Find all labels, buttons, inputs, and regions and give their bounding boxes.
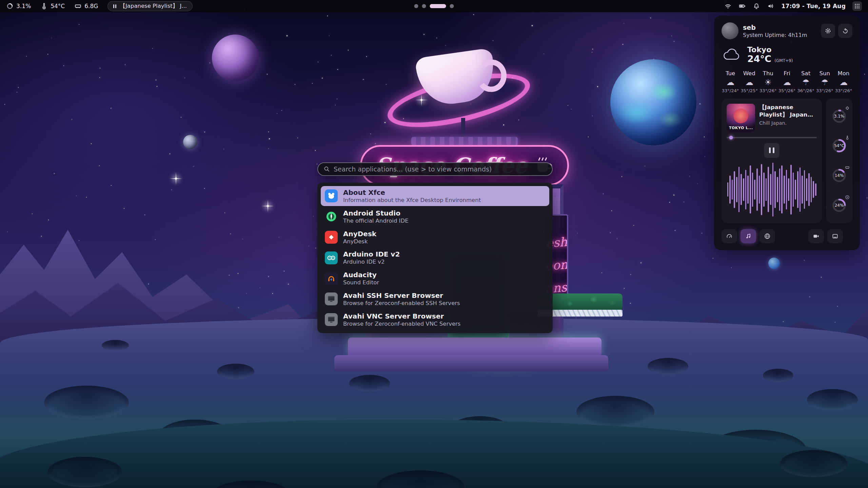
workspace-dot[interactable] <box>450 4 454 8</box>
weather-glyph-icon: ☂ <box>821 78 829 86</box>
star <box>99 77 100 78</box>
star <box>18 87 19 88</box>
app-item-audacity[interactable]: Audacity Sound Editor <box>321 268 549 288</box>
app-item-anydesk[interactable]: AnyDesk AnyDesk <box>321 227 549 247</box>
weather-glyph-icon: ☁ <box>745 78 753 86</box>
app-launcher: About Xfce Information about the Xfce De… <box>317 162 553 333</box>
avatar <box>722 22 738 39</box>
waveform-bar <box>754 180 755 200</box>
star <box>184 78 185 78</box>
bright-star <box>175 178 177 180</box>
bell-icon[interactable] <box>753 2 760 10</box>
star <box>313 216 314 217</box>
power-button[interactable] <box>838 24 852 38</box>
crater <box>47 457 122 487</box>
app-item-avahi-ssh[interactable]: Avahi SSH Server Browser Browse for Zero… <box>321 289 549 309</box>
waveform-bar <box>768 167 769 212</box>
user-actions <box>821 24 852 38</box>
waveform-bar <box>750 165 751 214</box>
now-playing-text: 【Japanese Playlist】 J... <box>120 2 187 10</box>
speedometer-icon <box>726 233 733 240</box>
app-item-android-studio[interactable]: Android Studio The official Android IDE <box>321 207 549 227</box>
forecast-day: Thu ☀ 33°/26° <box>759 70 777 93</box>
star <box>152 48 153 49</box>
purple-planet <box>212 35 259 81</box>
arduino-icon <box>325 251 338 264</box>
star <box>41 236 42 237</box>
star <box>48 220 49 220</box>
star <box>260 287 260 288</box>
notes-button[interactable] <box>827 229 843 243</box>
music-note-icon <box>745 233 752 240</box>
star <box>592 49 593 49</box>
settings-button[interactable] <box>821 24 835 38</box>
waveform-bar <box>790 165 792 215</box>
cpu-gauge: 3.1% <box>830 107 848 125</box>
waveform-bar <box>772 163 774 217</box>
crater <box>576 396 654 428</box>
waveform-bar <box>774 171 776 208</box>
star <box>269 138 270 139</box>
star <box>230 233 231 234</box>
star <box>100 68 100 68</box>
workspace-dot[interactable] <box>422 4 426 8</box>
star <box>867 198 867 198</box>
star <box>63 65 64 66</box>
clock[interactable]: 17:09 - Tue, 19 Aug <box>781 3 846 9</box>
star <box>281 110 282 111</box>
shop-platform <box>348 338 601 357</box>
memory-icon <box>74 2 82 10</box>
waveform-bar <box>793 172 794 206</box>
star <box>436 38 437 38</box>
apps-grid-button[interactable] <box>852 1 862 11</box>
battery-icon[interactable] <box>738 2 746 10</box>
star <box>702 233 702 233</box>
play-pause-button[interactable] <box>764 143 780 158</box>
star <box>86 197 87 198</box>
search-input[interactable] <box>334 165 547 173</box>
star <box>238 273 238 274</box>
screen-record-button[interactable] <box>808 229 824 243</box>
web-panel-button[interactable] <box>760 229 775 243</box>
network-icon[interactable] <box>724 2 732 10</box>
disk-gauge: 24% <box>830 196 848 215</box>
forecast-temps: 35°/26° <box>778 88 795 93</box>
app-item-about-xfce[interactable]: About Xfce Information about the Xfce De… <box>321 186 549 206</box>
waveform-bar <box>745 170 747 209</box>
star <box>51 38 52 38</box>
search-bar[interactable] <box>317 162 553 176</box>
star <box>329 35 330 36</box>
forecast-day-label: Wed <box>743 70 755 77</box>
crater <box>102 340 129 351</box>
star <box>171 189 172 190</box>
music-panel-button[interactable] <box>741 229 756 243</box>
star <box>337 69 338 70</box>
system-gauges: 3.1% 54°C <box>826 99 852 223</box>
waveform-bar <box>738 167 740 212</box>
waveform-bar <box>797 171 798 208</box>
volume-icon[interactable] <box>767 2 774 10</box>
bright-star <box>267 205 269 207</box>
tablet-icon <box>832 233 839 240</box>
app-item-avahi-vnc[interactable]: Avahi VNC Server Browser Browse for Zero… <box>321 310 549 330</box>
progress-handle[interactable] <box>729 136 733 139</box>
dashboard-button[interactable] <box>722 229 737 243</box>
workspace-dot[interactable] <box>430 4 446 8</box>
control-center-panel: seb System Uptime: 4h11m <box>714 16 860 250</box>
cloud-icon <box>722 47 742 62</box>
star <box>821 277 822 278</box>
workspace-dot[interactable] <box>414 4 418 8</box>
app-item-arduino[interactable]: Arduino IDE v2 Arduino IDE v2 <box>321 248 549 268</box>
star <box>592 116 593 116</box>
star <box>684 202 684 202</box>
star <box>697 183 698 184</box>
album-art: TOKYO L... <box>727 104 755 132</box>
star <box>242 239 243 239</box>
now-playing-pill[interactable]: 【Japanese Playlist】 J... <box>107 1 193 11</box>
star <box>279 237 279 238</box>
temperature-gauge: 54°C <box>830 137 848 155</box>
star <box>674 41 674 42</box>
track-progress-slider[interactable] <box>727 137 817 138</box>
star <box>624 288 625 289</box>
star <box>731 267 732 268</box>
